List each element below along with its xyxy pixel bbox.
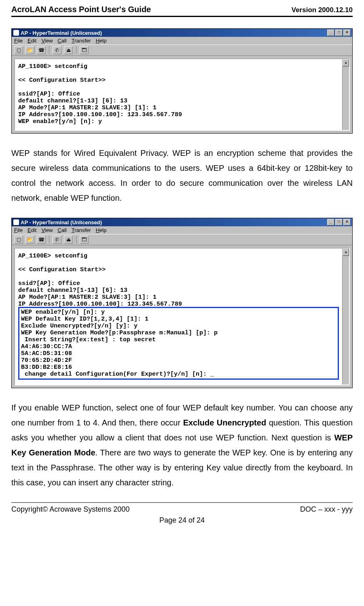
menu-help[interactable]: Help bbox=[96, 38, 107, 44]
call-icon[interactable]: ✆ bbox=[53, 236, 61, 244]
open-icon[interactable]: 📂 bbox=[25, 46, 34, 54]
menu-file[interactable]: File bbox=[14, 227, 23, 233]
toolbar-separator bbox=[49, 236, 49, 244]
footer-rule bbox=[11, 502, 353, 503]
new-icon[interactable]: ▢ bbox=[14, 46, 23, 54]
footer-copyright: Copyright© Acrowave Systems 2000 bbox=[11, 505, 129, 514]
toolbar-separator bbox=[76, 46, 76, 54]
menu-call[interactable]: Call bbox=[57, 227, 66, 233]
toolbar-separator bbox=[49, 46, 49, 54]
hyperterminal-window-1: AP - HyperTerminal (Unlicensed) _ □ × Fi… bbox=[11, 28, 353, 134]
maximize-button[interactable]: □ bbox=[335, 30, 343, 36]
highlighted-config-block: WEP enable?[y/n] [n]: y WEP Default Key … bbox=[18, 307, 339, 380]
terminal-preblock: AP_1100E> setconfig << Configuration Sta… bbox=[18, 253, 182, 308]
app-icon bbox=[13, 219, 19, 225]
menu-view[interactable]: View bbox=[41, 227, 53, 233]
menu-bar: File Edit View Call Transfer Help bbox=[12, 226, 352, 234]
maximize-button[interactable]: □ bbox=[335, 219, 343, 225]
menu-transfer[interactable]: Transfer bbox=[72, 227, 91, 233]
menu-bar: File Edit View Call Transfer Help bbox=[12, 37, 352, 45]
terminal-output: AP_1100E> setconfig << Configuration Sta… bbox=[15, 59, 342, 130]
disconnect-icon[interactable]: ⏏ bbox=[64, 46, 73, 54]
menu-transfer[interactable]: Transfer bbox=[72, 38, 91, 44]
menu-file[interactable]: File bbox=[14, 38, 23, 44]
page-number: Page 24 of 24 bbox=[11, 516, 353, 525]
close-button[interactable]: × bbox=[343, 219, 351, 225]
connect-icon[interactable]: ☎ bbox=[37, 46, 46, 54]
scrollbar[interactable]: ▴ bbox=[342, 249, 349, 385]
toolbar: ▢ 📂 ☎ ✆ ⏏ 🗔 bbox=[12, 234, 352, 245]
menu-help[interactable]: Help bbox=[96, 227, 107, 233]
disconnect-icon[interactable]: ⏏ bbox=[64, 236, 73, 244]
window-title: AP - HyperTerminal (Unlicensed) bbox=[21, 219, 102, 225]
menu-view[interactable]: View bbox=[41, 38, 53, 44]
doc-title: AcroLAN Access Point User's Guide bbox=[11, 5, 151, 14]
menu-call[interactable]: Call bbox=[57, 38, 66, 44]
bold-exclude-unencrypted: Exclude Unencrypted bbox=[183, 418, 267, 427]
header-rule bbox=[11, 16, 353, 17]
properties-icon[interactable]: 🗔 bbox=[80, 46, 89, 54]
scroll-up-icon[interactable]: ▴ bbox=[343, 59, 349, 66]
app-icon bbox=[13, 30, 19, 36]
minimize-button[interactable]: _ bbox=[327, 219, 334, 225]
new-icon[interactable]: ▢ bbox=[14, 236, 23, 244]
paragraph-wep-keys: If you enable WEP function, select one o… bbox=[11, 400, 353, 490]
open-icon[interactable]: 📂 bbox=[25, 236, 34, 244]
toolbar-separator bbox=[76, 236, 76, 244]
doc-version: Version 2000.12.10 bbox=[292, 6, 353, 14]
paragraph-wep-intro: WEP stands for Wired Equivalent Privacy.… bbox=[11, 146, 353, 206]
properties-icon[interactable]: 🗔 bbox=[80, 236, 89, 244]
toolbar: ▢ 📂 ☎ ✆ ⏏ 🗔 bbox=[12, 45, 352, 56]
scrollbar[interactable]: ▴ bbox=[342, 59, 349, 130]
window-titlebar: AP - HyperTerminal (Unlicensed) _ □ × bbox=[12, 29, 352, 37]
document-footer: Copyright© Acrowave Systems 2000 DOC – x… bbox=[11, 505, 353, 514]
footer-doc-id: DOC – xxx - yyy bbox=[300, 505, 353, 514]
connect-icon[interactable]: ☎ bbox=[37, 236, 46, 244]
document-header: AcroLAN Access Point User's Guide Versio… bbox=[11, 5, 353, 14]
minimize-button[interactable]: _ bbox=[327, 30, 334, 36]
window-title: AP - HyperTerminal (Unlicensed) bbox=[21, 30, 102, 36]
close-button[interactable]: × bbox=[343, 30, 351, 36]
menu-edit[interactable]: Edit bbox=[28, 38, 36, 44]
menu-edit[interactable]: Edit bbox=[28, 227, 36, 233]
scroll-up-icon[interactable]: ▴ bbox=[343, 249, 349, 256]
call-icon[interactable]: ✆ bbox=[53, 46, 61, 54]
hyperterminal-window-2: AP - HyperTerminal (Unlicensed) _ □ × Fi… bbox=[11, 218, 353, 388]
terminal-output: AP_1100E> setconfig << Configuration Sta… bbox=[15, 249, 342, 385]
window-titlebar: AP - HyperTerminal (Unlicensed) _ □ × bbox=[12, 218, 352, 226]
